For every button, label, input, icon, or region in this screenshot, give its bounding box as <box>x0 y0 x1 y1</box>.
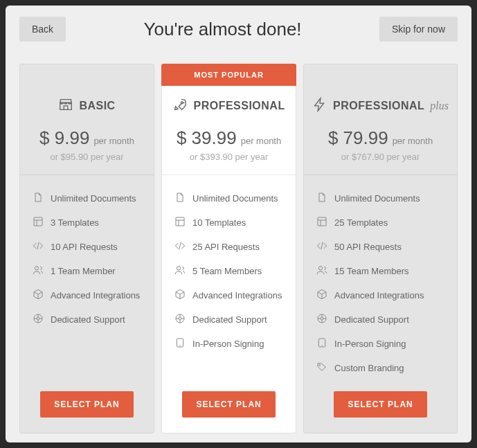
cube-icon <box>174 289 186 302</box>
team-icon <box>33 265 44 278</box>
feature-label: Dedicated Support <box>334 314 409 325</box>
feature-label: Advanced Integrations <box>192 290 282 301</box>
feature-label: Advanced Integrations <box>334 290 424 301</box>
feature-item: Advanced Integrations <box>316 283 444 307</box>
price-yearly: or $767.90 per year <box>312 152 449 162</box>
rocket-icon <box>172 97 188 115</box>
price-yearly: or $95.90 per year <box>28 152 145 162</box>
feature-item: 1 Team Member <box>33 259 141 283</box>
team-icon <box>174 265 186 278</box>
feature-label: 25 Templates <box>334 217 388 228</box>
feature-item: 50 API Requests <box>316 235 444 259</box>
feature-item: Unlimited Documents <box>316 186 444 210</box>
feature-item: 15 Team Members <box>316 259 444 283</box>
select-plan-button[interactable]: SELECT PLAN <box>334 391 426 418</box>
select-plan-button[interactable]: SELECT PLAN <box>40 391 133 418</box>
feature-label: 10 Templates <box>192 217 246 228</box>
price: $ 39.99 <box>177 127 237 149</box>
price-period: per month <box>241 136 282 146</box>
team-icon <box>316 265 327 278</box>
document-icon <box>174 192 186 205</box>
feature-item: Dedicated Support <box>316 307 444 332</box>
cube-icon <box>316 289 327 302</box>
template-icon <box>174 216 186 229</box>
template-icon <box>33 216 44 229</box>
tablet-icon <box>174 337 186 350</box>
plan-name: PROFESSIONALplus <box>312 97 449 115</box>
select-plan-button[interactable]: SELECT PLAN <box>182 391 275 418</box>
pricing-modal: Back You're almost done! Skip for now MO… <box>6 6 471 442</box>
plan-card-professional: MOST POPULARPROFESSIONAL$ 39.99per month… <box>161 64 296 433</box>
cta-wrap: SELECT PLAN <box>162 391 296 433</box>
cube-icon <box>33 289 44 302</box>
code-icon <box>316 240 327 253</box>
feature-item: 10 Templates <box>174 210 283 235</box>
feature-item: In-Person Signing <box>316 332 444 356</box>
document-icon <box>316 192 327 205</box>
feature-label: In-Person Signing <box>334 339 406 349</box>
back-button[interactable]: Back <box>19 17 66 42</box>
price-period: per month <box>393 136 433 146</box>
feature-item: Unlimited Documents <box>174 186 283 210</box>
feature-label: Advanced Integrations <box>51 290 140 301</box>
tablet-icon <box>316 337 327 350</box>
price-row: $ 39.99per month <box>170 127 287 149</box>
feature-item: 25 API Requests <box>174 235 283 259</box>
topbar: Back You're almost done! Skip for now <box>19 17 458 42</box>
support-icon <box>174 313 186 326</box>
most-popular-badge: MOST POPULAR <box>161 64 296 86</box>
feature-item: Unlimited Documents <box>33 186 141 210</box>
skip-button[interactable]: Skip for now <box>379 17 458 42</box>
storefront-icon <box>58 97 73 115</box>
cta-wrap: SELECT PLAN <box>20 391 154 433</box>
feature-item: Advanced Integrations <box>174 283 283 307</box>
feature-item: 10 API Requests <box>33 235 141 259</box>
tag-icon <box>316 361 327 375</box>
plan-header: PROFESSIONALplus$ 79.99per monthor $767.… <box>304 86 457 175</box>
feature-list: Unlimited Documents10 Templates25 API Re… <box>162 175 296 391</box>
plan-header: BASIC$ 9.99per monthor $95.90 per year <box>20 86 154 175</box>
feature-label: 1 Team Member <box>51 266 116 276</box>
plan-name-text: PROFESSIONAL <box>193 100 285 112</box>
price-yearly: or $393.90 per year <box>170 152 287 162</box>
plan-name: PROFESSIONAL <box>170 97 287 115</box>
price: $ 79.99 <box>328 127 388 149</box>
code-icon <box>33 240 44 253</box>
feature-list: Unlimited Documents25 Templates50 API Re… <box>304 175 457 391</box>
feature-label: 50 API Requests <box>334 242 402 252</box>
lightning-icon <box>312 97 327 115</box>
plan-header: PROFESSIONAL$ 39.99per monthor $393.90 p… <box>162 86 296 175</box>
plan-card-basic: MOST POPULARBASIC$ 9.99per monthor $95.9… <box>19 64 154 433</box>
support-icon <box>33 313 44 326</box>
document-icon <box>33 192 44 205</box>
pricing-cards: MOST POPULARBASIC$ 9.99per monthor $95.9… <box>19 64 458 433</box>
feature-label: In-Person Signing <box>192 339 264 349</box>
plan-name-text: BASIC <box>79 100 115 112</box>
feature-label: Dedicated Support <box>192 314 267 325</box>
support-icon <box>316 313 327 326</box>
feature-label: 5 Team Members <box>192 266 262 276</box>
feature-label: Unlimited Documents <box>51 193 136 204</box>
feature-label: Unlimited Documents <box>192 193 278 204</box>
feature-label: Dedicated Support <box>51 314 125 325</box>
template-icon <box>316 216 327 229</box>
feature-label: Unlimited Documents <box>334 193 420 204</box>
plan-name: BASIC <box>28 97 145 115</box>
price-period: per month <box>93 136 134 146</box>
feature-list: Unlimited Documents3 Templates10 API Req… <box>20 175 154 391</box>
price: $ 9.99 <box>39 127 89 149</box>
feature-item: Dedicated Support <box>33 307 141 332</box>
feature-item: Dedicated Support <box>174 307 283 332</box>
feature-item: Advanced Integrations <box>33 283 141 307</box>
feature-label: 3 Templates <box>51 217 99 228</box>
code-icon <box>174 240 186 253</box>
price-row: $ 9.99per month <box>28 127 145 149</box>
page-title: You're almost done! <box>144 19 302 40</box>
feature-label: 15 Team Members <box>334 266 408 276</box>
feature-item: Custom Branding <box>316 356 444 380</box>
price-row: $ 79.99per month <box>312 127 449 149</box>
feature-item: 5 Team Members <box>174 259 283 283</box>
plan-card-professional-plus: MOST POPULARPROFESSIONALplus$ 79.99per m… <box>303 64 458 433</box>
cta-wrap: SELECT PLAN <box>304 391 457 433</box>
plan-name-text: PROFESSIONAL <box>333 100 424 112</box>
